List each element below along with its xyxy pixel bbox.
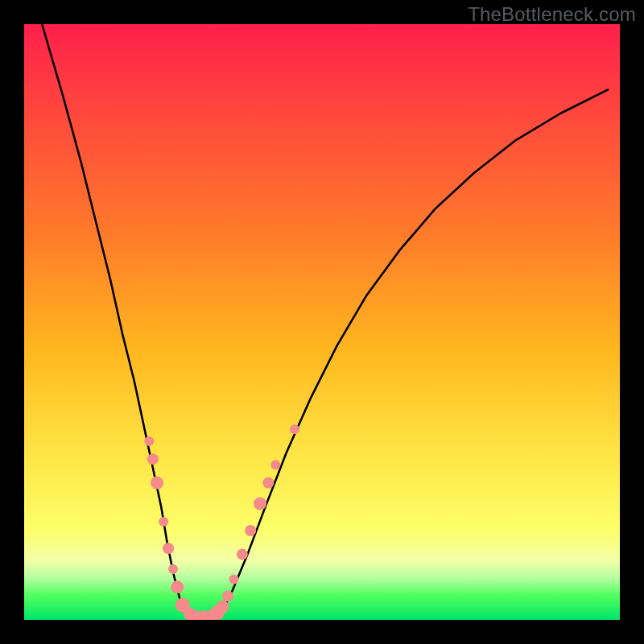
marker-dot [151, 477, 163, 489]
marker-dot [216, 601, 229, 613]
marker-dot [144, 436, 154, 446]
plot-area [24, 24, 620, 620]
outer-frame: TheBottleneck.com [0, 0, 644, 644]
marker-dot [159, 517, 168, 526]
marker-dot [229, 575, 238, 584]
marker-dot [254, 497, 266, 510]
marker-dot [290, 424, 299, 434]
marker-dot [163, 543, 174, 554]
marker-dot [237, 549, 248, 560]
marker-dot [262, 477, 274, 489]
marker-dot [270, 460, 280, 470]
watermark-text: TheBottleneck.com [468, 3, 636, 26]
series-curve-right [221, 89, 608, 613]
marker-dot [168, 564, 178, 574]
marker-layer [144, 424, 299, 620]
marker-dot [222, 590, 233, 601]
marker-dot [147, 453, 159, 464]
series-layer [42, 24, 608, 617]
marker-dot [171, 580, 184, 593]
chart-svg [24, 24, 620, 620]
marker-dot [245, 525, 256, 536]
